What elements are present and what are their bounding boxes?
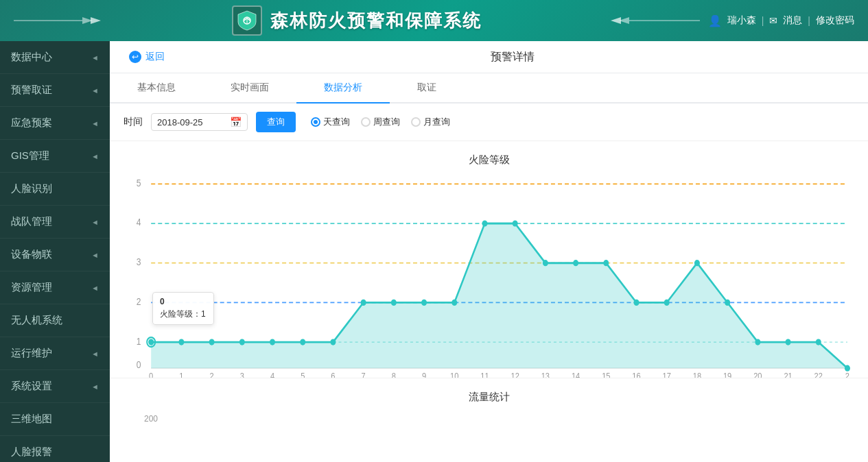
app-header: 森林防火预警和保障系统 👤 瑞小森 | ✉ 消息 | 修改密码 — [0, 0, 868, 41]
flow-chart-section: 流量统计 200 — [110, 378, 868, 424]
svg-point-40 — [786, 339, 791, 345]
svg-point-21 — [209, 339, 215, 345]
svg-text:17: 17 — [663, 372, 672, 378]
svg-point-31 — [513, 220, 518, 226]
svg-point-20 — [178, 339, 184, 345]
fire-chart-section: 火险等级 5 4 3 2 1 0 — [110, 141, 868, 378]
sidebar-item-datacenter[interactable]: 数据中心 ◄ — [0, 41, 110, 74]
radio-month-circle — [411, 117, 421, 127]
svg-text:7: 7 — [362, 372, 366, 378]
shield-icon — [237, 10, 257, 32]
sidebar-item-face[interactable]: 人脸识别 — [0, 173, 110, 206]
chevron-icon: ◄ — [91, 53, 99, 62]
detail-title: 预警详情 — [170, 50, 854, 64]
back-button[interactable]: ↩ 返回 — [124, 48, 170, 66]
svg-text:5: 5 — [137, 178, 141, 189]
svg-text:22: 22 — [814, 372, 823, 378]
sidebar-item-3dmap[interactable]: 三维地图 — [0, 403, 110, 436]
sidebar-item-maintenance[interactable]: 运行维护 ◄ — [0, 337, 110, 370]
query-button[interactable]: 查询 — [256, 112, 296, 132]
svg-text:15: 15 — [602, 372, 611, 378]
sidebar-item-gis[interactable]: GIS管理 ◄ — [0, 140, 110, 173]
svg-text:9: 9 — [422, 372, 427, 378]
date-input[interactable] — [157, 117, 226, 127]
radio-week[interactable]: 周查询 — [361, 116, 400, 128]
sidebar-item-drone[interactable]: 无人机系统 — [0, 304, 110, 337]
svg-point-37 — [694, 260, 700, 266]
fire-chart-title: 火险等级 — [124, 148, 854, 172]
tab-evidence[interactable]: 取证 — [390, 73, 464, 104]
header-left — [14, 14, 103, 27]
svg-point-28 — [421, 300, 427, 306]
svg-text:8: 8 — [392, 372, 397, 378]
svg-point-26 — [361, 300, 366, 306]
svg-point-38 — [725, 300, 730, 306]
chevron-icon: ◄ — [91, 382, 99, 391]
query-bar: 时间 📅 查询 天查询 周查询 — [110, 104, 868, 141]
chevron-icon: ◄ — [91, 218, 99, 226]
svg-point-23 — [270, 339, 275, 345]
tab-basic-info[interactable]: 基本信息 — [110, 73, 203, 104]
svg-text:1: 1 — [137, 336, 141, 347]
tab-realtime[interactable]: 实时画面 — [203, 73, 296, 104]
header-left-decoration — [14, 14, 103, 27]
svg-point-30 — [482, 220, 487, 226]
svg-point-22 — [239, 339, 245, 345]
date-picker[interactable]: 📅 — [151, 113, 248, 131]
svg-text:21: 21 — [784, 372, 793, 378]
detail-panel: ↩ 返回 预警详情 基本信息 实时画面 数据分析 取证 时间 📅 查询 — [110, 41, 868, 462]
svg-text:10: 10 — [450, 372, 459, 378]
header-user-area: 👤 瑞小森 | ✉ 消息 | 修改密码 — [708, 14, 854, 27]
svg-point-33 — [573, 260, 578, 266]
chevron-icon: ◄ — [91, 152, 99, 160]
settings-link[interactable]: 修改密码 — [816, 14, 854, 27]
svg-text:3: 3 — [240, 372, 245, 378]
messages-link[interactable]: 消息 — [783, 14, 802, 27]
svg-text:13: 13 — [541, 372, 550, 378]
svg-text:1: 1 — [179, 372, 184, 378]
username[interactable]: 瑞小森 — [727, 14, 756, 27]
svg-point-32 — [543, 260, 548, 266]
header-right-wrap: 👤 瑞小森 | ✉ 消息 | 修改密码 — [611, 14, 854, 27]
tab-data-analysis[interactable]: 数据分析 — [296, 73, 390, 104]
chevron-icon: ◄ — [91, 119, 99, 127]
svg-point-29 — [451, 300, 457, 306]
time-label: 时间 — [124, 116, 143, 128]
sidebar-item-facealert[interactable]: 人脸报警 — [0, 436, 110, 462]
svg-text:19: 19 — [723, 372, 732, 378]
app-logo — [232, 5, 262, 36]
svg-point-27 — [391, 300, 397, 306]
charts-area: 火险等级 5 4 3 2 1 0 — [110, 141, 868, 462]
svg-text:5: 5 — [301, 372, 305, 378]
svg-text:0: 0 — [137, 359, 141, 370]
svg-text:4: 4 — [137, 217, 141, 228]
sidebar-item-device[interactable]: 设备物联 ◄ — [0, 239, 110, 271]
svg-point-35 — [633, 300, 639, 306]
fire-chart-svg: 5 4 3 2 1 0 — [124, 172, 854, 378]
sidebar-item-warning[interactable]: 预警取证 ◄ — [0, 74, 110, 107]
sidebar-item-emergency[interactable]: 应急预案 ◄ — [0, 107, 110, 140]
main-content: ↩ 返回 预警详情 基本信息 实时画面 数据分析 取证 时间 📅 查询 — [110, 41, 868, 462]
svg-marker-2 — [91, 17, 101, 24]
sidebar: 数据中心 ◄ 预警取证 ◄ 应急预案 ◄ GIS管理 ◄ 人脸识别 战队管理 ◄… — [0, 41, 110, 462]
svg-point-39 — [755, 339, 760, 345]
radio-week-circle — [361, 117, 371, 127]
flow-y-max: 200 — [144, 414, 158, 424]
svg-text:0: 0 — [149, 372, 154, 378]
radio-day-circle — [311, 117, 320, 127]
app-title: 森林防火预警和保障系统 — [270, 9, 482, 33]
tab-bar: 基本信息 实时画面 数据分析 取证 — [110, 73, 868, 104]
sidebar-item-team[interactable]: 战队管理 ◄ — [0, 206, 110, 239]
radio-month[interactable]: 月查询 — [411, 116, 450, 128]
radio-day[interactable]: 天查询 — [311, 116, 350, 128]
svg-point-34 — [603, 260, 609, 266]
svg-text:14: 14 — [572, 372, 580, 378]
fire-chart-container: 5 4 3 2 1 0 — [124, 172, 854, 378]
header-right-decoration — [611, 14, 700, 27]
query-type-group: 天查询 周查询 月查询 — [311, 116, 450, 128]
chevron-icon: ◄ — [91, 350, 99, 358]
sidebar-item-settings[interactable]: 系统设置 ◄ — [0, 370, 110, 403]
svg-text:12: 12 — [511, 372, 520, 378]
svg-text:11: 11 — [480, 372, 489, 378]
sidebar-item-resource[interactable]: 资源管理 ◄ — [0, 271, 110, 304]
